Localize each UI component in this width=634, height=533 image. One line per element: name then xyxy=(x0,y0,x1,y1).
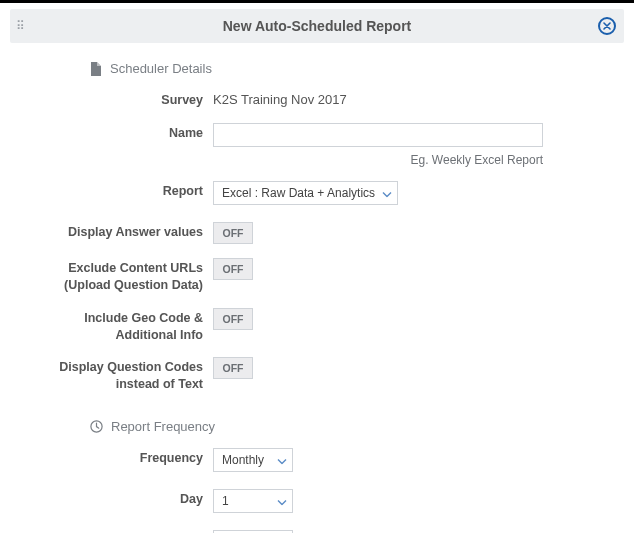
label-display-q-codes: Display Question Codes instead of Text xyxy=(28,357,213,393)
label-include-geo: Include Geo Code & Additional Info xyxy=(28,308,213,344)
label-display-answer-values: Display Answer values xyxy=(28,222,213,241)
clock-icon xyxy=(90,420,103,433)
day-select[interactable]: 1 xyxy=(213,489,293,513)
dialog-title: New Auto-Scheduled Report xyxy=(10,18,624,34)
toggle-exclude-content-urls[interactable]: OFF xyxy=(213,258,253,280)
drag-handle-icon[interactable]: ⠿ xyxy=(16,24,26,29)
close-icon xyxy=(603,22,611,30)
toggle-display-q-codes[interactable]: OFF xyxy=(213,357,253,379)
dialog-header: ⠿ New Auto-Scheduled Report xyxy=(10,9,624,43)
report-select[interactable]: Excel : Raw Data + Analytics xyxy=(213,181,398,205)
name-input[interactable] xyxy=(213,123,543,147)
toggle-display-answer-values[interactable]: OFF xyxy=(213,222,253,244)
document-icon xyxy=(90,62,102,76)
section-title: Scheduler Details xyxy=(110,61,212,76)
label-day: Day xyxy=(28,489,213,508)
label-frequency: Frequency xyxy=(28,448,213,467)
section-report-frequency: Report Frequency xyxy=(90,419,606,434)
survey-value: K2S Training Nov 2017 xyxy=(213,90,606,107)
section-scheduler-details: Scheduler Details xyxy=(90,61,606,76)
section-title: Report Frequency xyxy=(111,419,215,434)
close-button[interactable] xyxy=(598,17,616,35)
label-exclude-content-urls: Exclude Content URLs (Upload Question Da… xyxy=(28,258,213,294)
label-name: Name xyxy=(28,123,213,142)
label-report: Report xyxy=(28,181,213,200)
frequency-select[interactable]: Monthly xyxy=(213,448,293,472)
label-survey: Survey xyxy=(28,90,213,109)
toggle-include-geo[interactable]: OFF xyxy=(213,308,253,330)
name-hint: Eg. Weekly Excel Report xyxy=(213,153,543,167)
